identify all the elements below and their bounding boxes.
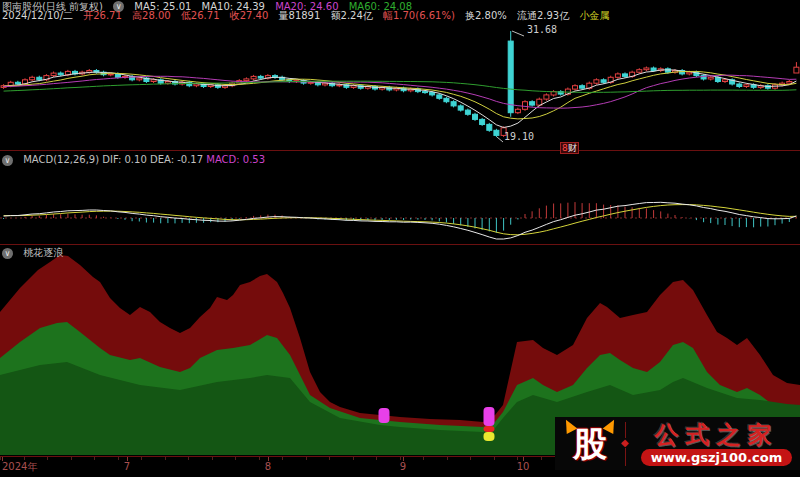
watermark-banner[interactable]: 股 ◆ 公式之家 www.gszj100.com (555, 417, 800, 470)
axis-minor-tick (259, 457, 260, 460)
axis-tick-label: 8 (265, 462, 271, 472)
candlestick-chart (0, 20, 800, 148)
macd-title: MACD(12,26,9) (23, 154, 99, 165)
macd-chart (0, 152, 800, 242)
dif-value: DIF: 0.10 (102, 154, 146, 165)
axis-minor-tick (212, 457, 213, 460)
watermark-divider: ◆ (621, 422, 631, 466)
price-annotation: 19.10 (504, 132, 534, 142)
axis-tick-label: 7 (124, 462, 130, 472)
axis-minor-tick (94, 457, 95, 460)
finance-event-badge[interactable]: 8财 (560, 142, 579, 154)
signal-marker (484, 407, 495, 426)
axis-tick-label: 9 (400, 462, 406, 472)
axis-tick-label: 2024年 (2, 462, 37, 472)
collapse-wave-panel-icon[interactable]: ∨ (2, 248, 13, 259)
axis-minor-tick (188, 457, 189, 460)
badge-label: 财 (568, 143, 577, 153)
axis-minor-tick (470, 457, 471, 460)
axis-minor-tick (235, 457, 236, 460)
wave-title: 桃花逐浪 (23, 247, 63, 258)
signal-marker (484, 432, 495, 441)
axis-minor-tick (118, 457, 119, 460)
axis-minor-tick (376, 457, 377, 460)
axis-minor-tick (329, 457, 330, 460)
axis-minor-tick (47, 457, 48, 460)
dea-value: DEA: -0.17 (150, 154, 203, 165)
watermark-text-block: 公式之家 www.gszj100.com (633, 422, 800, 466)
watermark-url[interactable]: www.gszj100.com (641, 449, 792, 466)
axis-tick-label: 10 (517, 462, 530, 472)
diamond-icon: ◆ (621, 438, 629, 448)
signal-marker (484, 426, 495, 432)
macd-value: MACD: 0.53 (206, 154, 265, 165)
axis-minor-tick (541, 457, 542, 460)
axis-minor-tick (71, 457, 72, 460)
axis-minor-tick (400, 457, 401, 460)
axis-minor-tick (165, 457, 166, 460)
bull-stock-logo: 股 (561, 421, 619, 467)
axis-minor-tick (494, 457, 495, 460)
axis-minor-tick (306, 457, 307, 460)
axis-minor-tick (24, 457, 25, 460)
collapse-macd-panel-icon[interactable]: ∨ (2, 155, 13, 166)
axis-minor-tick (141, 457, 142, 460)
panel-separator (0, 150, 800, 151)
axis-minor-tick (282, 457, 283, 460)
logo-character: 股 (573, 424, 607, 464)
axis-minor-tick (353, 457, 354, 460)
macd-panel-header: ∨ MACD(12,26,9) DIF: 0.10 DEA: -0.17 MAC… (2, 154, 265, 166)
axis-minor-tick (517, 457, 518, 460)
watermark-title: 公式之家 (655, 422, 779, 448)
price-annotation: 31.68 (527, 25, 557, 35)
axis-minor-tick (0, 457, 1, 460)
tdx-stock-chart-window: 图南股份(日线 前复权) ∨ MA5: 25.01 MA10: 24.39 MA… (0, 0, 800, 477)
signal-marker (379, 408, 390, 423)
axis-minor-tick (447, 457, 448, 460)
axis-minor-tick (423, 457, 424, 460)
wave-panel-header: ∨ 桃花逐浪 (2, 247, 63, 259)
